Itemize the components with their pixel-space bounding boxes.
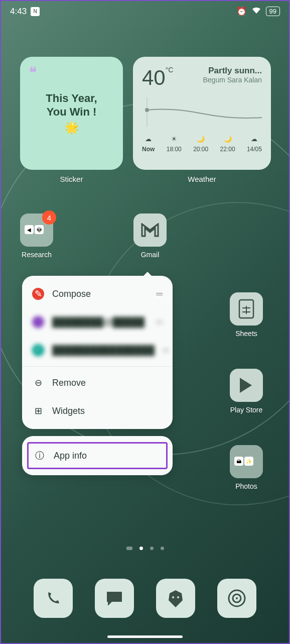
weather-label: Weather bbox=[133, 175, 271, 183]
drag-handle-icon[interactable]: ═ bbox=[163, 345, 169, 356]
drag-handle-icon[interactable]: ═ bbox=[156, 289, 163, 299]
remove-icon: ⊖ bbox=[32, 377, 44, 389]
playstore-app[interactable]: Play Store bbox=[230, 369, 263, 414]
avatar-icon bbox=[32, 316, 44, 328]
cloud-icon: ☁ bbox=[145, 135, 152, 143]
account-email: ████████@█████ bbox=[52, 317, 144, 328]
widgets-label: Widgets bbox=[52, 406, 85, 416]
weather-location: Begum Sara Kalan bbox=[203, 76, 262, 84]
home-indicator[interactable] bbox=[107, 635, 183, 638]
compose-label: Compose bbox=[52, 289, 91, 299]
page-dot[interactable] bbox=[126, 547, 132, 550]
info-icon: ⓘ bbox=[34, 450, 46, 462]
status-bar: 4:43 N ⏰ 99 bbox=[1, 1, 289, 22]
chat-icon bbox=[105, 590, 124, 607]
page-dot-active[interactable] bbox=[139, 547, 143, 550]
account-shortcut-2[interactable]: P ████████████████ ═ bbox=[22, 336, 173, 364]
sticker-widget[interactable]: ❝ This Year, You Win ! 🌟 bbox=[20, 57, 123, 170]
gmail-icon bbox=[141, 223, 159, 237]
app-info-label: App info bbox=[54, 451, 87, 461]
phone-icon bbox=[44, 589, 62, 607]
sticker-line2: You Win ! bbox=[46, 105, 97, 119]
research-folder[interactable]: ◀👽 4 Research bbox=[20, 213, 53, 259]
battery-indicator: 99 bbox=[266, 7, 280, 16]
sticker-line1: This Year, bbox=[46, 92, 97, 105]
remove-label: Remove bbox=[52, 378, 86, 388]
gmail-app[interactable]: Gmail bbox=[133, 213, 167, 259]
weather-widget[interactable]: 40°C Partly sunn... Begum Sara Kalan ☁No… bbox=[133, 57, 271, 170]
weather-condition: Partly sunn... bbox=[203, 66, 262, 76]
camera-app[interactable] bbox=[217, 579, 256, 618]
dock bbox=[1, 579, 289, 618]
photos-label: Photos bbox=[235, 482, 257, 490]
sticker-label: Sticker bbox=[20, 175, 123, 183]
playstore-icon bbox=[237, 376, 256, 395]
weather-times: ☁Now ☀18:00 🌙20:00 🌙22:00 ☁14/05 bbox=[142, 135, 262, 153]
sheets-app[interactable]: Sheets bbox=[230, 292, 263, 338]
page-dot[interactable] bbox=[150, 547, 154, 550]
compose-icon: ✎ bbox=[32, 288, 44, 300]
phone-app[interactable] bbox=[34, 579, 73, 618]
brave-app[interactable] bbox=[156, 579, 195, 618]
notification-icon: N bbox=[31, 7, 40, 16]
sheets-label: Sheets bbox=[235, 330, 257, 338]
svg-point-6 bbox=[172, 596, 174, 598]
messages-app[interactable] bbox=[95, 579, 134, 618]
cloud-icon: ☁ bbox=[251, 135, 257, 143]
status-time: 4:43 bbox=[10, 7, 27, 17]
app-shortcut-popup: ✎ Compose ═ ████████@█████ ═ P █████████… bbox=[22, 276, 173, 475]
sun-icon: 🌟 bbox=[64, 121, 79, 135]
compose-shortcut[interactable]: ✎ Compose ═ bbox=[22, 280, 173, 308]
svg-point-10 bbox=[236, 597, 238, 599]
separator bbox=[22, 366, 173, 367]
playstore-label: Play Store bbox=[230, 406, 263, 414]
page-dot[interactable] bbox=[161, 547, 164, 550]
widgets-option[interactable]: ⊞ Widgets bbox=[22, 397, 173, 425]
weather-temp: 40 bbox=[142, 66, 166, 89]
app-info-option[interactable]: ⓘ App info bbox=[29, 444, 166, 468]
drag-handle-icon[interactable]: ═ bbox=[156, 317, 163, 328]
weather-graph bbox=[142, 97, 262, 128]
gmail-label: Gmail bbox=[141, 251, 160, 259]
account-email: ████████████████ bbox=[52, 345, 155, 356]
moon-icon: 🌙 bbox=[224, 135, 232, 143]
account-shortcut-1[interactable]: ████████@█████ ═ bbox=[22, 308, 173, 336]
sheets-icon bbox=[238, 299, 254, 319]
photos-folder[interactable]: 🏔✨ Photos bbox=[230, 445, 263, 490]
target-icon bbox=[227, 588, 247, 608]
page-indicator[interactable] bbox=[1, 547, 289, 550]
svg-point-7 bbox=[177, 596, 179, 598]
wifi-icon bbox=[252, 7, 261, 17]
research-label: Research bbox=[22, 251, 52, 259]
avatar-icon: P bbox=[32, 344, 44, 356]
widgets-icon: ⊞ bbox=[32, 405, 44, 417]
sun-icon: ☀ bbox=[171, 135, 177, 143]
remove-option[interactable]: ⊖ Remove bbox=[22, 369, 173, 397]
lion-icon bbox=[167, 588, 185, 608]
alarm-icon: ⏰ bbox=[236, 6, 247, 17]
weather-unit: °C bbox=[166, 66, 174, 74]
notification-badge: 4 bbox=[42, 210, 56, 225]
quote-icon: ❝ bbox=[29, 64, 37, 80]
moon-icon: 🌙 bbox=[197, 135, 205, 143]
